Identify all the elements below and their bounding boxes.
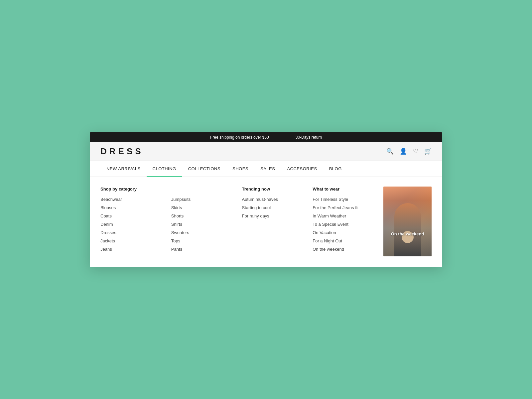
menu-section-category-col2: Jumpsuits Skirts Shorts Shirts Sweaters …	[171, 187, 229, 256]
menu-link-special-event[interactable]: To a Special Event	[313, 222, 370, 227]
nav-item-collections[interactable]: COLLECTIONS	[182, 161, 226, 177]
shop-by-category-title: Shop by category	[100, 187, 158, 192]
nav-item-new-arrivals[interactable]: NEW ARRIVALS	[100, 161, 147, 177]
announcement-bar: Free shipping on orders over $50 30-Days…	[90, 132, 442, 142]
menu-section-category: Shop by category Beachwear Blouses Coats…	[100, 187, 158, 256]
city-background	[383, 187, 432, 256]
menu-link-tops[interactable]: Tops	[171, 238, 229, 243]
menu-link-coats[interactable]: Coats	[100, 213, 158, 218]
menu-image-card[interactable]: On the weekend	[383, 187, 432, 256]
menu-link-jackets[interactable]: Jackets	[100, 238, 158, 243]
menu-section-trending: Trending now Autum must-haves Starting t…	[242, 187, 300, 256]
menu-link-starting-cool[interactable]: Starting to cool	[242, 205, 300, 210]
menu-link-vacation[interactable]: On Vacation	[313, 230, 370, 235]
nav-item-shoes[interactable]: SHOES	[226, 161, 254, 177]
menu-link-night-out[interactable]: For a Night Out	[313, 238, 370, 243]
menu-link-rainy[interactable]: For rainy days	[242, 213, 300, 218]
menu-link-dresses[interactable]: Dresses	[100, 230, 158, 235]
menu-link-timeless-style[interactable]: For Timeless Style	[313, 197, 370, 202]
logo[interactable]: DRESS	[100, 146, 144, 157]
menu-link-shorts[interactable]: Shorts	[171, 213, 229, 218]
menu-link-denim[interactable]: Denim	[100, 222, 158, 227]
user-icon[interactable]: 👤	[400, 148, 407, 155]
nav-item-blog[interactable]: BLOG	[323, 161, 348, 177]
cart-icon[interactable]: 🛒	[424, 148, 432, 155]
nav-item-sales[interactable]: SALES	[254, 161, 281, 177]
menu-link-shirts[interactable]: Shirts	[171, 222, 229, 227]
header: DRESS 🔍 👤 ♡ 🛒	[90, 142, 442, 161]
menu-link-jeans[interactable]: Jeans	[100, 247, 158, 252]
menu-link-weekend[interactable]: On the weekend	[313, 247, 370, 252]
nav-item-clothing[interactable]: CLOTHING	[147, 161, 182, 177]
nav-item-accesories[interactable]: ACCESORIES	[281, 161, 323, 177]
menu-section-what-to-wear: What to wear For Timeless Style For the …	[313, 187, 370, 256]
announcement-shipping: Free shipping on orders over $50	[210, 135, 269, 140]
main-nav: NEW ARRIVALS CLOTHING COLLECTIONS SHOES …	[90, 161, 442, 177]
menu-link-beachwear[interactable]: Beachwear	[100, 197, 158, 202]
wishlist-icon[interactable]: ♡	[413, 148, 418, 155]
menu-link-sweaters[interactable]: Sweaters	[171, 230, 229, 235]
menu-link-pants[interactable]: Pants	[171, 247, 229, 252]
menu-link-jumpsuits[interactable]: Jumpsuits	[171, 197, 229, 202]
what-to-wear-title: What to wear	[313, 187, 370, 192]
image-overlay-text: On the weekend	[383, 231, 432, 236]
menu-link-autum[interactable]: Autum must-haves	[242, 197, 300, 202]
menu-link-blouses[interactable]: Blouses	[100, 205, 158, 210]
search-icon[interactable]: 🔍	[386, 148, 394, 155]
menu-link-perfect-jeans[interactable]: For the Perfect Jeans fit	[313, 205, 370, 210]
mega-menu: Shop by category Beachwear Blouses Coats…	[90, 177, 442, 267]
trending-now-title: Trending now	[242, 187, 300, 192]
announcement-returns: 30-Days return	[296, 135, 322, 140]
header-icons: 🔍 👤 ♡ 🛒	[386, 148, 432, 155]
menu-link-skirts[interactable]: Skirts	[171, 205, 229, 210]
browser-window: Free shipping on orders over $50 30-Days…	[90, 132, 442, 267]
menu-link-warm-weather[interactable]: In Warm Weather	[313, 213, 370, 218]
